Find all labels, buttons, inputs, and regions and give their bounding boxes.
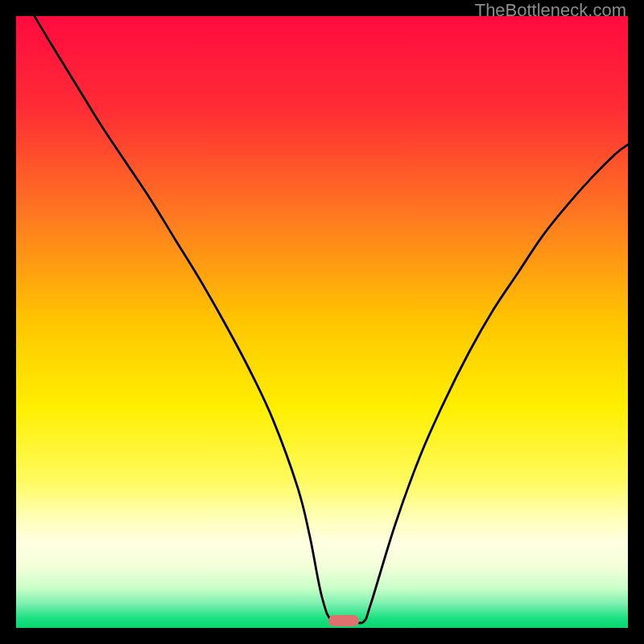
chart-svg — [16, 16, 628, 628]
bottleneck-marker — [328, 615, 359, 626]
watermark-text: TheBottleneck.com — [475, 0, 626, 21]
gradient-background — [16, 16, 628, 628]
chart-area — [16, 16, 628, 628]
